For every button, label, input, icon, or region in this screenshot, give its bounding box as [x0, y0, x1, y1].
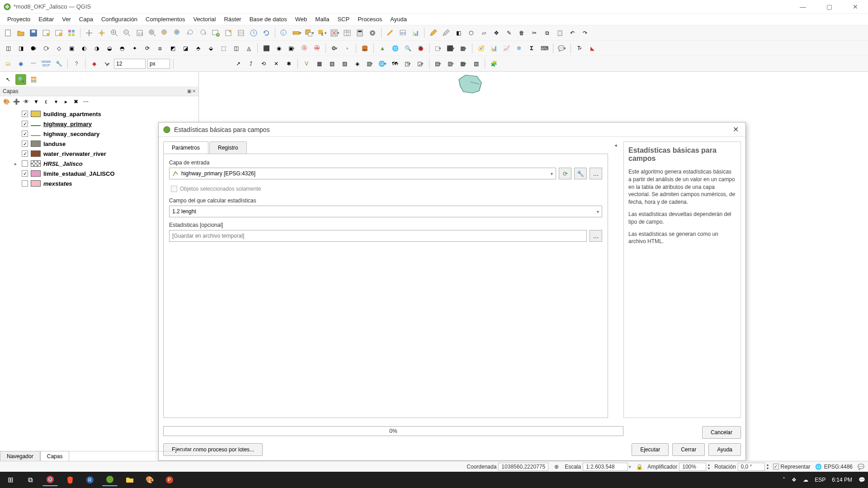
group-b-icon[interactable]: ▥▾ [445, 58, 456, 69]
show-layout-manager-icon[interactable] [53, 28, 64, 38]
menu-editar[interactable]: Editar [35, 15, 57, 23]
rot-spinner[interactable]: ▴▾ [767, 463, 769, 470]
nav-a-icon[interactable]: 🧭 [476, 43, 486, 54]
help-tip-icon[interactable]: 💬▾ [557, 43, 567, 54]
mag-spinner[interactable]: ▴▾ [708, 463, 710, 470]
field-select[interactable]: 1.2 lenght ▾ [169, 206, 602, 217]
paste-features-icon[interactable]: 📋 [554, 28, 565, 38]
db-manager-icon[interactable] [359, 43, 370, 54]
field-calculator-icon[interactable] [354, 28, 365, 38]
tray-chevron-icon[interactable]: ˄ [783, 477, 785, 483]
rot-value[interactable]: 0,0 ° [738, 463, 765, 471]
powerpoint-icon[interactable]: P [162, 474, 177, 486]
file-explorer-icon[interactable] [122, 474, 137, 486]
select-by-expression-icon[interactable]: ε▾ [316, 28, 327, 38]
plugin-a-icon[interactable]: ⚙▾ [329, 43, 340, 54]
tool-2q-icon[interactable]: ⬙ [205, 43, 216, 54]
vlayer-c-icon[interactable]: ▧ [326, 58, 337, 69]
cancel-button[interactable]: Cancelar [702, 426, 741, 439]
histogram-icon[interactable]: 📊 [488, 43, 499, 54]
tray-lang[interactable]: ESP [815, 477, 826, 483]
scp-input-icon[interactable]: ◉ [15, 58, 26, 69]
panel-close-icon[interactable]: ✕ [192, 89, 196, 94]
font-size-input[interactable] [114, 59, 146, 69]
new-print-layout-icon[interactable] [41, 28, 52, 38]
help-button[interactable]: Ayuda [708, 443, 741, 456]
layer-checkbox[interactable]: ✓ [22, 141, 28, 147]
zoom-next-icon[interactable] [198, 28, 208, 38]
tray-time[interactable]: 6:14 PM [832, 477, 852, 483]
coord-value[interactable]: 1038560,2220775 [498, 463, 548, 471]
plugin-beetle-icon[interactable]: 🐞 [415, 43, 426, 54]
lock-scale-icon[interactable]: 🔒 [636, 463, 643, 470]
pointer-icon[interactable]: ↖ [3, 74, 14, 85]
vlayer-d-icon[interactable]: ▨ [339, 58, 350, 69]
layer-collapse-icon[interactable]: ▸ [62, 98, 70, 105]
vector-c-icon[interactable]: ⟲ [258, 58, 269, 69]
layer-checkbox[interactable]: ✓ [22, 170, 28, 177]
vlayer-a-icon[interactable]: V [301, 58, 312, 69]
pan-to-selection-icon[interactable] [96, 28, 107, 38]
menu-capa[interactable]: Capa [75, 15, 97, 23]
menu-configuracion[interactable]: Configuración [98, 15, 141, 23]
tool-2t-icon[interactable]: ◬ [243, 43, 254, 54]
show-bookmarks-icon[interactable] [236, 28, 246, 38]
tool-2l-icon[interactable]: ⟳ [142, 43, 153, 54]
layer-filter-icon[interactable]: ▼ [33, 98, 40, 105]
gear-b-icon[interactable]: ✲ [514, 43, 524, 54]
chrome-icon[interactable] [42, 474, 58, 486]
menu-malla[interactable]: Malla [311, 15, 333, 23]
georeferencer-icon[interactable]: 🌐 [390, 43, 401, 54]
vector-a-icon[interactable]: ↗ [233, 58, 244, 69]
chart-b-icon[interactable]: 📈 [501, 43, 512, 54]
quick-b-icon[interactable]: 🧮 [28, 74, 39, 85]
open-project-icon[interactable] [15, 28, 26, 38]
help-panel-collapse-button[interactable]: ◂ [613, 141, 619, 418]
vlayer-h-icon[interactable]: 🗺▾ [390, 58, 401, 69]
vertex-tool-icon[interactable]: ✥ [491, 28, 502, 38]
layer-item[interactable]: ✓building_apartments [1, 109, 198, 119]
tool-2r-icon[interactable]: ⬚ [218, 43, 229, 54]
abc-overlay-icon[interactable]: ⓐ [299, 43, 310, 54]
scp-2-icon[interactable]: ◉ [274, 43, 284, 54]
select-options-button[interactable]: 🔧 [574, 168, 587, 179]
vlayer-b-icon[interactable]: ▦ [314, 58, 325, 69]
scp-help-icon[interactable]: ? [71, 58, 82, 69]
tool-2s-icon[interactable]: ◫ [231, 43, 241, 54]
zoom-layer-icon[interactable] [172, 28, 183, 38]
cut-features-icon[interactable]: ✂ [529, 28, 540, 38]
rstudio-icon[interactable]: R [82, 474, 98, 486]
menu-ayuda[interactable]: Ayuda [387, 15, 410, 23]
copy-features-icon[interactable]: ⧉ [542, 28, 552, 38]
scp-roi-select-icon[interactable]: ↘▾ [101, 58, 112, 69]
close-button[interactable]: Cerrar [672, 443, 705, 456]
vector-b-icon[interactable]: ⤴ [245, 58, 256, 69]
menu-raster[interactable]: Ráster [220, 15, 245, 23]
brave-icon[interactable] [62, 474, 78, 486]
font-unit-select[interactable] [147, 59, 170, 69]
menu-scp[interactable]: SCP [334, 15, 353, 23]
crs-value[interactable]: EPSG:4486 [824, 464, 853, 470]
annotation-pin-icon[interactable]: ◣ [587, 43, 598, 54]
layer-checkbox[interactable]: ✓ [22, 150, 28, 157]
measure-line-icon[interactable] [385, 28, 396, 38]
tool-2a-icon[interactable]: ◫ [3, 43, 14, 54]
niwa-scp-icon[interactable]: NIWASCP [41, 58, 52, 69]
scale-value[interactable]: 1:2.603.548 [583, 463, 628, 471]
scp-bandset-icon[interactable]: 〰 [28, 58, 39, 69]
abc-strike-icon[interactable]: ⓐ [311, 43, 322, 54]
scp-icon[interactable]: ⬛ [261, 43, 272, 54]
layer-checkbox[interactable]: ✓ [22, 131, 28, 137]
tool-2p-icon[interactable]: ⬘ [193, 43, 203, 54]
zoom-native-icon[interactable]: 1:1 [134, 28, 145, 38]
select-features-icon[interactable]: ▾ [304, 28, 315, 38]
layout-b-icon[interactable]: ⬛▾ [445, 43, 456, 54]
vector-e-icon[interactable]: ✱ [283, 58, 294, 69]
layer-more-icon[interactable]: ⋯ [82, 98, 90, 105]
style-manager-icon[interactable] [66, 28, 77, 38]
window-maximize-button[interactable]: ▢ [820, 3, 838, 10]
zoom-out-icon[interactable] [122, 28, 132, 38]
qgis-taskbar-icon[interactable] [102, 474, 118, 486]
layer-checkbox[interactable]: ✓ [22, 121, 28, 127]
vlayer-j-icon[interactable]: ◲▾ [415, 58, 426, 69]
